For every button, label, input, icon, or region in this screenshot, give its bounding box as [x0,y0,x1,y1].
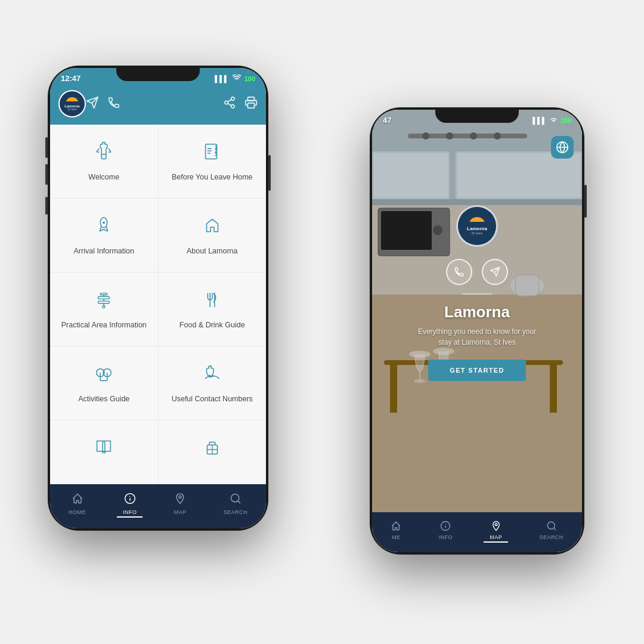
svg-point-2 [231,104,235,108]
info-nav-label: INFO [123,509,137,515]
volume-up-button[interactable] [45,137,48,158]
practical-icon [92,289,115,314]
home-nav-home-label: ME [392,534,400,540]
home-screen: 47 ▌▌▌ 100 [372,110,582,552]
notch [116,66,200,81]
get-started-button[interactable]: GET STARTED [428,360,525,381]
logo[interactable]: Lamorna St Ives [58,90,86,117]
menu-item-arrival[interactable]: Arrival Information [50,199,158,272]
home-wifi-icon [550,116,558,125]
phone-right: 47 ▌▌▌ 100 [370,107,584,555]
menu-item-before-leave[interactable]: 1 2 3 Before You Leave Home [159,125,267,198]
welcome-icon [92,141,115,166]
share-icon[interactable] [223,96,236,112]
home-nav-home[interactable]: ME [385,518,407,543]
home-nav-search[interactable]: SEARCH [534,518,569,543]
globe-button[interactable] [551,136,574,159]
home-nav-icon [72,493,83,507]
menu-item-food[interactable]: Food & Drink Guide [159,273,267,346]
home-nav-info-label: INFO [439,534,453,540]
home-nav-map[interactable]: MAP [484,518,508,543]
before-leave-icon: 1 2 3 [201,141,224,166]
header-share-icons [223,96,258,112]
food-icon [201,289,224,314]
map-nav-label: MAP [174,509,187,515]
home-nav-search-label: SEARCH [540,534,564,540]
activities-icon [92,363,115,388]
message-icon[interactable] [86,96,99,112]
menu-item-welcome[interactable]: Welcome [50,125,158,198]
before-leave-label: Before You Leave Home [172,172,253,182]
print-icon[interactable] [244,96,258,112]
activities-label: Activities Guide [78,394,129,404]
menu-item-practical[interactable]: Practical Area Information [50,273,158,346]
home-nav-info[interactable]: INFO [433,518,459,543]
svg-point-17 [103,305,105,308]
map-nav-icon [174,493,186,507]
menu-item-activities[interactable]: Activities Guide [50,346,158,420]
home-action-buttons [446,259,508,285]
phone-left: 12:47 ▌▌▌ 100 [48,66,268,531]
svg-point-1 [225,101,228,104]
bottom-nav: HOME INFO [50,484,266,528]
home-property-subtitle: Everything you need to know for your sta… [411,326,543,348]
search-nav-icon [230,493,242,507]
book-icon [92,436,115,462]
power-button[interactable] [268,155,271,191]
info-nav-icon [124,493,136,507]
notch-right [435,107,519,123]
nav-map[interactable]: MAP [168,490,193,518]
nav-info[interactable]: INFO [117,490,143,518]
battery-display: 100 [244,75,255,82]
info-header: Lamorna St Ives [50,86,266,125]
luggage-icon [201,436,224,462]
menu-item-contacts[interactable]: Useful Contact Numbers [159,346,267,420]
arrival-icon [92,215,115,240]
welcome-label: Welcome [88,172,119,182]
home-logo[interactable]: Lamorna St Ives [456,205,498,247]
power-button-right[interactable] [584,185,587,218]
home-home-icon [391,521,401,532]
home-message-button[interactable] [482,259,508,285]
home-search-icon [546,521,557,532]
home-nav-map-label: MAP [490,534,502,540]
home-bottom-nav: ME INFO [372,512,582,552]
menu-item-about[interactable]: About Lamorna [159,199,267,272]
time-display: 12:47 [61,74,80,83]
contacts-icon [201,363,224,388]
svg-rect-13 [98,296,110,299]
practical-label: Practical Area Information [61,320,147,330]
svg-rect-15 [98,301,110,304]
svg-point-61 [495,524,497,526]
svg-point-10 [103,221,105,224]
arrival-label: Arrival Information [74,246,134,256]
volume-down-button[interactable] [45,164,48,185]
home-time: 47 [383,116,391,125]
silent-button[interactable] [45,197,48,215]
home-property-name: Lamorna [444,303,510,321]
home-info-icon [440,521,451,532]
info-screen: 12:47 ▌▌▌ 100 [50,68,266,528]
home-signal-icon: ▌▌▌ [532,117,546,124]
menu-item-luggage[interactable] [159,420,267,484]
food-label: Food & Drink Guide [179,320,245,330]
phone-icon[interactable] [107,96,120,112]
contacts-label: Useful Contact Numbers [172,394,253,404]
home-phone-button[interactable] [446,259,472,285]
scene: 12:47 ▌▌▌ 100 [24,30,620,614]
svg-text:3: 3 [215,151,218,157]
nav-home[interactable]: HOME [63,490,92,518]
status-icons: ▌▌▌ 100 [215,75,255,82]
svg-rect-11 [101,293,107,295]
menu-item-book[interactable] [50,420,158,484]
about-label: About Lamorna [187,246,237,256]
about-icon [201,215,224,240]
home-map-icon [491,521,501,532]
home-nav-label: HOME [69,509,86,515]
svg-point-0 [231,97,235,100]
home-content: Lamorna St Ives [372,205,582,381]
nav-search[interactable]: SEARCH [218,490,253,518]
header-action-icons [86,96,120,112]
search-nav-label: SEARCH [224,509,247,515]
menu-grid: Welcome 1 2 3 Be [50,125,266,484]
